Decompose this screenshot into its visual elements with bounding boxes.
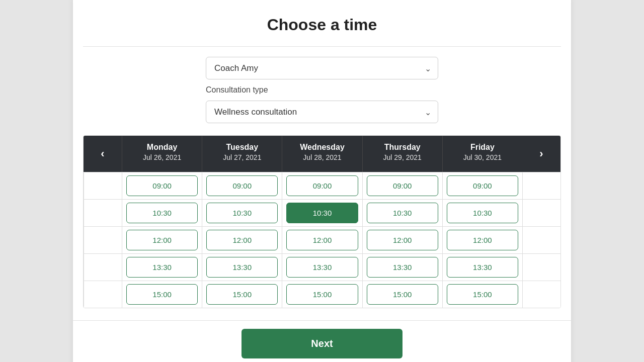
time-button-thu-1030[interactable]: 10:30: [367, 203, 438, 223]
time-button-mon-1500[interactable]: 15:00: [126, 284, 198, 305]
next-button[interactable]: Next: [242, 329, 403, 358]
empty-cell: [84, 172, 122, 199]
empty-cell-3: [84, 199, 122, 226]
time-cell-thu-1030: 10:30: [362, 199, 442, 226]
time-button-fri-1500[interactable]: 15:00: [447, 284, 518, 305]
day-name-2: Wednesday: [286, 142, 358, 153]
time-button-tue-1030[interactable]: 10:30: [206, 203, 278, 223]
time-button-tue-1500[interactable]: 15:00: [206, 284, 278, 305]
day-header-2: Wednesday Jul 28, 2021: [282, 136, 362, 172]
time-cell-tue-1330: 13:30: [202, 253, 282, 281]
time-cell-thu-1200: 12:00: [362, 226, 442, 253]
prev-nav-button[interactable]: ‹: [84, 136, 122, 172]
time-button-thu-1200[interactable]: 12:00: [367, 230, 438, 250]
time-cell-mon-1030: 10:30: [122, 199, 202, 226]
time-cell-tue-1030: 10:30: [202, 199, 282, 226]
day-date-4: Jul 30, 2021: [447, 153, 518, 163]
day-name-0: Monday: [126, 142, 198, 153]
time-button-thu-1500[interactable]: 15:00: [367, 284, 438, 305]
next-nav-button[interactable]: ›: [522, 136, 560, 172]
coach-dropdown[interactable]: Coach Amy: [206, 57, 438, 79]
time-button-thu-1330[interactable]: 13:30: [367, 257, 438, 278]
day-date-0: Jul 26, 2021: [126, 153, 198, 163]
time-cell-mon-1200: 12:00: [122, 226, 202, 253]
time-button-mon-1330[interactable]: 13:30: [126, 257, 198, 278]
time-button-tue-1330[interactable]: 13:30: [206, 257, 278, 278]
day-name-3: Thursday: [367, 142, 438, 153]
time-cell-tue-0900: 09:00: [202, 172, 282, 199]
divider: [83, 46, 561, 47]
empty-cell-2: [522, 172, 560, 199]
time-button-wed-1500[interactable]: 15:00: [286, 284, 358, 305]
form-section: Coach Amy ⌄ Consultation type Wellness c…: [73, 57, 571, 123]
time-cell-thu-0900: 09:00: [362, 172, 442, 199]
calendar-grid: ‹ Monday Jul 26, 2021 Tuesday Jul 27, 20…: [83, 135, 561, 308]
time-cell-mon-1330: 13:30: [122, 253, 202, 281]
page-title: Choose a time: [73, 16, 571, 34]
day-date-2: Jul 28, 2021: [286, 153, 358, 163]
consultation-type-label: Consultation type: [206, 85, 438, 95]
time-button-mon-1200[interactable]: 12:00: [126, 230, 198, 250]
time-button-wed-1030[interactable]: 10:30: [286, 203, 358, 223]
time-button-fri-0900[interactable]: 09:00: [447, 175, 518, 196]
time-button-wed-0900[interactable]: 09:00: [286, 175, 358, 196]
time-cell-wed-0900: 09:00: [282, 172, 362, 199]
time-button-mon-1030[interactable]: 10:30: [126, 203, 198, 223]
day-name-4: Friday: [447, 142, 518, 153]
time-cell-fri-1200: 12:00: [442, 226, 522, 253]
time-cell-tue-1200: 12:00: [202, 226, 282, 253]
time-cell-thu-1330: 13:30: [362, 253, 442, 281]
main-card: Choose a time Coach Amy ⌄ Consultation t…: [73, 0, 571, 362]
time-button-tue-0900[interactable]: 09:00: [206, 175, 278, 196]
time-cell-wed-1030: 10:30: [282, 199, 362, 226]
day-header-4: Friday Jul 30, 2021: [442, 136, 522, 172]
day-header-1: Tuesday Jul 27, 2021: [202, 136, 282, 172]
next-arrow-icon: ›: [539, 147, 543, 160]
time-cell-wed-1500: 15:00: [282, 281, 362, 308]
time-cell-wed-1330: 13:30: [282, 253, 362, 281]
day-name-1: Tuesday: [206, 142, 278, 153]
time-button-mon-0900[interactable]: 09:00: [126, 175, 198, 196]
empty-cell-5: [84, 226, 122, 253]
time-cell-fri-1330: 13:30: [442, 253, 522, 281]
time-cell-fri-1030: 10:30: [442, 199, 522, 226]
footer: Next: [73, 320, 571, 362]
time-button-thu-0900[interactable]: 09:00: [367, 175, 438, 196]
day-header-0: Monday Jul 26, 2021: [122, 136, 202, 172]
empty-cell-8: [522, 253, 560, 281]
empty-cell-7: [84, 253, 122, 281]
time-cell-thu-1500: 15:00: [362, 281, 442, 308]
time-button-fri-1200[interactable]: 12:00: [447, 230, 518, 250]
day-date-1: Jul 27, 2021: [206, 153, 278, 163]
calendar-section: ‹ Monday Jul 26, 2021 Tuesday Jul 27, 20…: [83, 135, 561, 308]
consultation-dropdown[interactable]: Wellness consultation: [206, 101, 438, 123]
empty-cell-6: [522, 226, 560, 253]
day-header-3: Thursday Jul 29, 2021: [362, 136, 442, 172]
time-cell-fri-1500: 15:00: [442, 281, 522, 308]
empty-cell-4: [522, 199, 560, 226]
time-cell-wed-1200: 12:00: [282, 226, 362, 253]
day-date-3: Jul 29, 2021: [367, 153, 438, 163]
empty-cell-9: [84, 281, 122, 308]
empty-cell-10: [522, 281, 560, 308]
consultation-dropdown-wrapper: Wellness consultation ⌄: [206, 101, 438, 123]
time-button-wed-1200[interactable]: 12:00: [286, 230, 358, 250]
coach-dropdown-wrapper: Coach Amy ⌄: [206, 57, 438, 79]
time-cell-fri-0900: 09:00: [442, 172, 522, 199]
time-cell-tue-1500: 15:00: [202, 281, 282, 308]
time-button-fri-1330[interactable]: 13:30: [447, 257, 518, 278]
time-button-wed-1330[interactable]: 13:30: [286, 257, 358, 278]
prev-arrow-icon: ‹: [101, 147, 104, 160]
time-button-tue-1200[interactable]: 12:00: [206, 230, 278, 250]
time-cell-mon-0900: 09:00: [122, 172, 202, 199]
time-button-fri-1030[interactable]: 10:30: [447, 203, 518, 223]
time-cell-mon-1500: 15:00: [122, 281, 202, 308]
